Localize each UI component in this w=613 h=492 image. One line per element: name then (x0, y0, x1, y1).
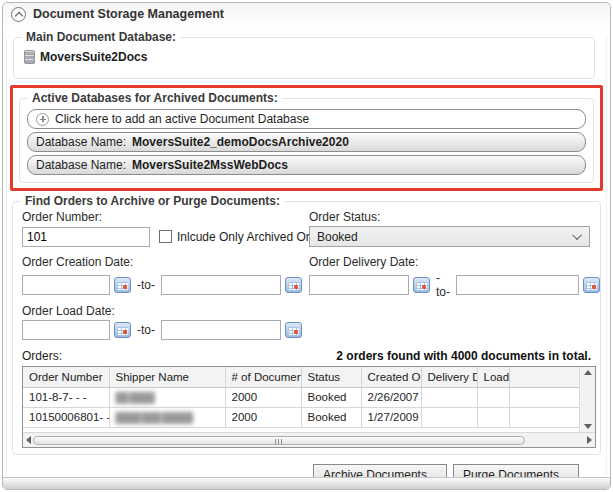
cell-load-date (477, 407, 509, 427)
col-header-load-date[interactable]: Load Date (477, 367, 509, 387)
collapse-chevron-icon[interactable] (11, 7, 26, 22)
to-separator: -to- (434, 271, 452, 299)
database-name-prefix: Database Name: (36, 158, 126, 172)
add-database-button[interactable]: Click here to add an active Document Dat… (27, 109, 586, 129)
table-row[interactable]: 10150006801- - - ████ ███ █████ 2000 Boo… (23, 407, 579, 427)
calendar-icon[interactable] (583, 277, 600, 293)
horizontal-scrollbar[interactable] (23, 432, 595, 447)
cell-documents: 2000 (225, 407, 301, 427)
archive-database-row[interactable]: Database Name: MoversSuite2MssWebDocs (27, 155, 586, 175)
creation-date-label: Order Creation Date: (22, 255, 309, 269)
cell-order-number: 10150006801- - - (23, 407, 109, 427)
orders-label: Orders: (22, 349, 62, 363)
cell-documents: 2000 (225, 387, 301, 407)
scroll-up-icon[interactable] (584, 370, 592, 375)
plus-icon (36, 113, 49, 126)
add-database-label: Click here to add an active Document Dat… (55, 112, 309, 126)
calendar-icon[interactable] (413, 277, 430, 293)
col-header-order-number[interactable]: Order Number (23, 367, 109, 387)
calendar-icon[interactable] (114, 277, 131, 293)
cell-created-on: 1/27/2009 (361, 407, 421, 427)
order-status-dropdown[interactable]: Booked (309, 226, 590, 247)
cell-delivery-date (421, 387, 477, 407)
cell-load-date (477, 387, 509, 407)
order-status-label: Order Status: (309, 210, 591, 224)
window-bottom-strip (3, 477, 610, 489)
archive-database-row[interactable]: Database Name: MoversSuite2_demoDocsArch… (27, 132, 586, 152)
delivery-date-to-input[interactable] (456, 275, 579, 295)
horizontal-scrollbar-thumb[interactable] (33, 436, 525, 445)
database-name-value: MoversSuite2MssWebDocs (132, 158, 288, 172)
database-name-prefix: Database Name: (36, 135, 126, 149)
creation-date-to-input[interactable] (161, 275, 281, 295)
load-date-label: Order Load Date: (22, 304, 591, 318)
main-database-group: Main Document Database: MoversSuite2Docs (13, 37, 595, 79)
col-header-documents[interactable]: # of Documents (225, 367, 301, 387)
scroll-down-icon[interactable] (584, 424, 592, 429)
content-panel: Main Document Database: MoversSuite2Docs… (6, 37, 607, 487)
vertical-scrollbar[interactable] (579, 367, 595, 432)
main-database-name: MoversSuite2Docs (40, 50, 147, 64)
col-header-shipper-name[interactable]: Shipper Name (109, 367, 225, 387)
table-row[interactable]: 101-8-7- - - ██ ████ 2000 Booked 2/26/20… (23, 387, 579, 407)
cell-shipper-redacted: ██ ████ (109, 387, 225, 407)
expander-header: Document Storage Management (3, 3, 610, 25)
document-storage-management-window: Document Storage Management Main Documen… (2, 2, 611, 490)
cell-status: Booked (301, 387, 361, 407)
order-number-label: Order Number: (22, 210, 309, 224)
scroll-left-icon[interactable] (26, 436, 31, 444)
to-separator: -to- (135, 323, 157, 337)
find-orders-group-label: Find Orders to Archive or Purge Document… (21, 194, 284, 208)
order-number-input[interactable] (22, 227, 150, 247)
page-title: Document Storage Management (33, 7, 224, 21)
delivery-date-from-input[interactable] (309, 275, 409, 295)
active-databases-group: Active Databases for Archived Documents:… (19, 98, 594, 183)
main-database-item: MoversSuite2Docs (24, 50, 586, 64)
database-name-value: MoversSuite2_demoDocsArchive2020 (132, 135, 349, 149)
orders-summary: 2 orders found with 4000 documents in to… (336, 349, 591, 363)
include-archived-checkbox[interactable] (159, 230, 172, 243)
database-icon (24, 50, 35, 64)
calendar-icon[interactable] (285, 322, 302, 338)
find-orders-group: Find Orders to Archive or Purge Document… (12, 201, 601, 455)
cell-shipper-redacted: ████ ███ █████ (109, 407, 225, 427)
table-header-row: Order Number Shipper Name # of Documents… (23, 367, 579, 387)
highlight-annotation-rectangle: Active Databases for Archived Documents:… (10, 85, 603, 191)
active-databases-group-label: Active Databases for Archived Documents: (28, 91, 282, 105)
cell-order-number: 101-8-7- - - (23, 387, 109, 407)
include-archived-checkbox-wrap: Inlcude Only Archived Orders (159, 230, 333, 244)
calendar-icon[interactable] (114, 322, 131, 338)
delivery-date-label: Order Delivery Date: (309, 255, 591, 269)
load-date-to-input[interactable] (161, 320, 281, 340)
cell-status: Booked (301, 407, 361, 427)
scroll-right-icon[interactable] (587, 436, 592, 444)
calendar-icon[interactable] (285, 277, 302, 293)
order-status-selected-value: Booked (317, 230, 358, 244)
main-database-group-label: Main Document Database: (22, 30, 180, 44)
cell-created-on: 2/26/2007 (361, 387, 421, 407)
orders-table: Order Number Shipper Name # of Documents… (22, 366, 596, 448)
creation-date-from-input[interactable] (22, 275, 110, 295)
to-separator: -to- (135, 278, 157, 292)
col-header-status[interactable]: Status (301, 367, 361, 387)
cell-delivery-date (421, 407, 477, 427)
chevron-down-icon (572, 230, 582, 240)
col-header-created-on[interactable]: Created On (361, 367, 421, 387)
load-date-from-input[interactable] (22, 320, 110, 340)
col-header-delivery-date[interactable]: Delivery Date (421, 367, 477, 387)
